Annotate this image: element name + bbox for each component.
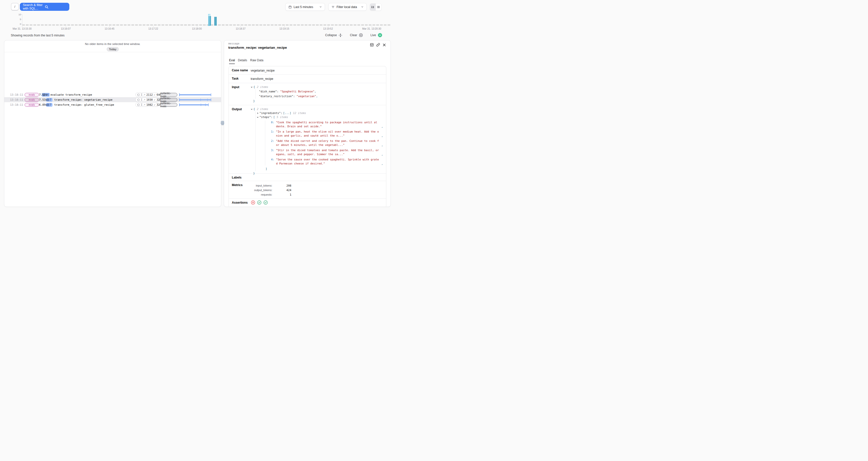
- y-tick-5: 5: [15, 18, 21, 21]
- empty-window-notice: No older items in the selected time wind…: [4, 42, 221, 45]
- live-status-icon: [378, 33, 382, 37]
- tab-raw-data[interactable]: Raw Data: [250, 59, 264, 64]
- metric-row: requests:1: [251, 193, 291, 196]
- search-icon: [45, 5, 67, 9]
- package-tag-pill[interactable]: pydantic-evals: [160, 93, 177, 97]
- detail-title: transform_recipe: vegetarian_recipe: [228, 46, 287, 50]
- trace-list-panel: No older items in the selected time wind…: [4, 40, 221, 207]
- json-expanded-array: "steps": [ 5 items: [257, 115, 383, 119]
- token-coin-icon: [137, 93, 140, 96]
- token-stats-pill: Σ ↗ 1082 ↙ 325: [135, 103, 159, 107]
- output-tokens-arrow-icon: ↙: [154, 98, 156, 101]
- scope-badge: evals: [25, 98, 39, 102]
- x-tick-label: Mar 31. 13:15:30: [12, 27, 32, 30]
- output-label: Output: [232, 107, 242, 111]
- filter-local-data-dropdown[interactable]: Filter local data: [328, 3, 367, 11]
- token-stats-pill: Σ ↗ 1030 ↙ 323: [135, 98, 159, 102]
- field-row-labels: Labels: [229, 174, 386, 181]
- timeline-plot[interactable]: Mar 31. 13:15:3013:16:0713:16:4513:17:22…: [22, 14, 391, 26]
- close-icon[interactable]: [382, 43, 386, 47]
- table-row[interactable]: 13:18:11 evals 7 transform_recipe: glute…: [4, 102, 221, 107]
- x-tick-label: 13:18:00: [192, 27, 202, 30]
- date-pill[interactable]: Today: [106, 47, 119, 52]
- package-tag-pill[interactable]: pydantic-evals: [160, 103, 177, 107]
- tab-eval[interactable]: Eval: [229, 59, 235, 64]
- chevron-right-icon[interactable]: [257, 112, 259, 114]
- chevron-down-icon[interactable]: [257, 116, 259, 118]
- metric-row: output_tokens:424: [251, 189, 291, 192]
- slash-shortcut-key[interactable]: /: [11, 3, 19, 10]
- time-range-dropdown[interactable]: Last 5 minutes: [285, 3, 325, 11]
- table-row[interactable]: 13:18:11 evals 16 evaluate transform_rec…: [4, 92, 221, 97]
- link-icon[interactable]: [376, 43, 380, 47]
- x-tick-mark: [66, 26, 66, 27]
- assertion-fail-icon[interactable]: [251, 201, 255, 205]
- sigma-icon: Σ: [141, 103, 143, 106]
- table-row[interactable]: 13:18:11 evals 7 transform_recipe: veget…: [4, 97, 221, 102]
- field-row-task: Task transform_recipe: [229, 74, 386, 83]
- chevron-down-icon: [319, 5, 322, 8]
- span-title: evaluate transform_recipe: [51, 93, 92, 96]
- search-button[interactable]: Search & filter with SQL...: [20, 3, 69, 11]
- live-label: Live: [370, 33, 376, 37]
- metrics-label: Metrics: [232, 183, 243, 187]
- collapse-label: Collapse: [325, 33, 337, 37]
- collapse-vertical-icon: [339, 33, 342, 37]
- package-tag-pill[interactable]: pydantic-evals: [160, 98, 177, 102]
- input-tokens-count: 1082: [147, 103, 153, 106]
- list-view-button[interactable]: [376, 3, 381, 10]
- clear-button[interactable]: Clear: [350, 33, 363, 37]
- eval-fields-table: Case name vegetarian_recipe Task transfo…: [228, 66, 386, 207]
- json-array-item: 1: "In a large pan, heat the olive oil o…: [269, 130, 383, 137]
- assertion-pass-icon[interactable]: [257, 201, 261, 205]
- record-kind-label: message: [228, 42, 239, 45]
- x-tick-mark: [241, 26, 241, 27]
- collapse-button[interactable]: Collapse: [325, 33, 343, 37]
- x-tick-label: 13:19:52: [323, 27, 333, 30]
- y-tick-0: 0: [15, 23, 21, 25]
- labels-label: Labels: [232, 176, 242, 179]
- row-timestamp: 13:18:11: [10, 93, 23, 96]
- dock-panel-icon[interactable]: [370, 43, 374, 47]
- scope-badge: evals: [25, 103, 39, 107]
- json-array-item: 4: "Serve the sauce over the cooked spag…: [269, 158, 383, 165]
- case-name-label: Case name: [232, 68, 248, 72]
- span-title: transform_recipe: gluten_free_recipe: [54, 103, 114, 106]
- detail-actions: [370, 43, 386, 47]
- filter-label: Filter local data: [337, 5, 359, 9]
- list-view-icon: [377, 5, 380, 9]
- chart-selection-window[interactable]: [208, 14, 210, 26]
- duration-value: 6.89s: [39, 103, 47, 106]
- json-items-count: 2 items: [257, 85, 269, 89]
- assertion-pass-icon[interactable]: [264, 201, 268, 205]
- json-entry: "dietary_restriction": "vegetarian",: [259, 94, 383, 99]
- x-tick-mark: [284, 26, 285, 27]
- chevron-down-icon[interactable]: [251, 108, 253, 110]
- search-button-label: Search & filter with SQL...: [23, 3, 45, 10]
- chart-bar: [214, 17, 217, 25]
- field-row-input: Input { 2 items "dish_name": "Spaghetti …: [229, 83, 386, 105]
- input-tokens-arrow-icon: ↗: [144, 93, 146, 96]
- tree-view-button[interactable]: [370, 3, 376, 10]
- tab-details[interactable]: Details: [238, 59, 247, 64]
- json-close-brace: }: [253, 99, 383, 103]
- chevron-down-icon[interactable]: [251, 86, 253, 88]
- output-tokens-arrow-icon: ↙: [154, 93, 156, 96]
- case-name-value: vegetarian_recipe: [251, 69, 275, 72]
- x-circle-icon: [359, 33, 363, 37]
- output-tokens-arrow-icon: ↙: [154, 103, 156, 106]
- json-open-brace: {: [253, 85, 255, 89]
- token-stats-pill: Σ ↗ 2112 ↙ 648: [135, 93, 159, 97]
- task-label: Task: [232, 77, 239, 80]
- panel-resize-handle[interactable]: [221, 121, 224, 125]
- list-actions: Collapse Clear Live: [325, 33, 382, 37]
- scope-badge: evals: [25, 93, 39, 97]
- showing-records-text: Showing records from the last 5 minutes: [11, 34, 65, 37]
- field-row-output: Output { 2 items "ingredients": [...] 12…: [229, 105, 386, 174]
- json-collapsed-array: "ingredients": [...] 12 items: [257, 111, 383, 115]
- input-tokens-arrow-icon: ↗: [144, 103, 146, 106]
- duration-value: 7.53s: [39, 93, 47, 96]
- live-button[interactable]: Live: [370, 33, 382, 37]
- y-tick-10: 10: [15, 13, 21, 16]
- field-row-case-name: Case name vegetarian_recipe: [229, 66, 386, 74]
